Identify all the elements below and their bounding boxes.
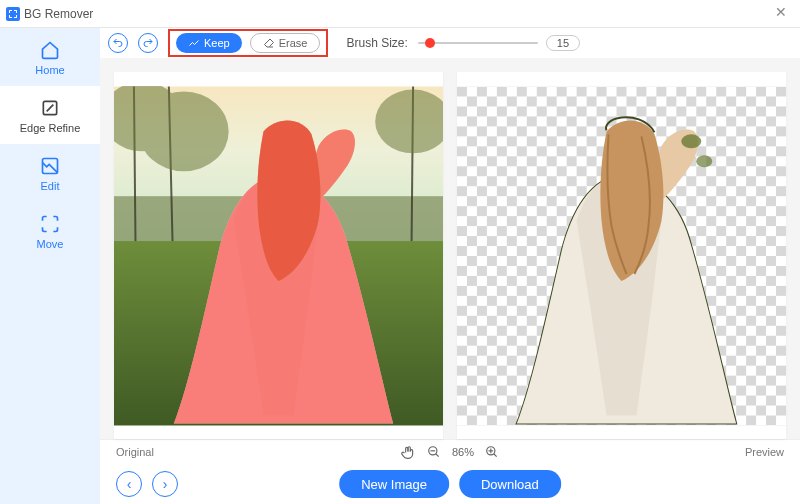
svg-point-8 bbox=[139, 91, 229, 171]
zoom-in-icon[interactable] bbox=[484, 444, 500, 460]
brush-size-label: Brush Size: bbox=[346, 36, 407, 50]
zoom-out-icon[interactable] bbox=[426, 444, 442, 460]
app-logo-icon bbox=[6, 7, 20, 21]
svg-point-16 bbox=[696, 155, 712, 167]
undo-button[interactable] bbox=[108, 33, 128, 53]
new-image-button[interactable]: New Image bbox=[339, 470, 449, 498]
preview-panel[interactable] bbox=[457, 72, 786, 439]
close-icon[interactable]: ✕ bbox=[772, 4, 790, 22]
app-title: BG Remover bbox=[24, 7, 93, 21]
erase-button[interactable]: Erase bbox=[250, 33, 321, 53]
zoom-controls: 86% bbox=[400, 444, 500, 460]
sidebar-item-label: Home bbox=[35, 64, 64, 76]
brush-size-value: 15 bbox=[546, 35, 580, 51]
original-label: Original bbox=[116, 446, 154, 458]
slider-knob[interactable] bbox=[425, 38, 435, 48]
zoom-level: 86% bbox=[452, 446, 474, 458]
move-icon bbox=[0, 214, 100, 234]
sidebar: Home Edge Refine Edit Move bbox=[0, 28, 100, 504]
preview-label: Preview bbox=[745, 446, 784, 458]
edit-icon bbox=[0, 156, 100, 176]
keep-erase-highlight: Keep Erase bbox=[168, 29, 328, 57]
keep-button[interactable]: Keep bbox=[176, 33, 242, 53]
svg-line-19 bbox=[436, 454, 439, 457]
next-image-button[interactable]: › bbox=[152, 471, 178, 497]
edge-refine-icon bbox=[0, 98, 100, 118]
erase-label: Erase bbox=[279, 37, 308, 49]
sidebar-item-label: Edit bbox=[41, 180, 60, 192]
svg-point-15 bbox=[681, 134, 701, 148]
sidebar-item-move[interactable]: Move bbox=[0, 202, 100, 260]
pan-icon[interactable] bbox=[400, 444, 416, 460]
sidebar-item-label: Edge Refine bbox=[20, 122, 81, 134]
sidebar-item-edit[interactable]: Edit bbox=[0, 144, 100, 202]
download-button[interactable]: Download bbox=[459, 470, 561, 498]
keep-label: Keep bbox=[204, 37, 230, 49]
sidebar-item-label: Move bbox=[37, 238, 64, 250]
original-panel[interactable] bbox=[114, 72, 443, 439]
prev-image-button[interactable]: ‹ bbox=[116, 471, 142, 497]
sidebar-item-home[interactable]: Home bbox=[0, 28, 100, 86]
brush-size-slider[interactable] bbox=[418, 42, 538, 44]
svg-line-23 bbox=[494, 454, 497, 457]
redo-button[interactable] bbox=[138, 33, 158, 53]
home-icon bbox=[0, 40, 100, 60]
toolbar: Keep Erase Brush Size: 15 bbox=[100, 28, 800, 58]
sidebar-item-edge-refine[interactable]: Edge Refine bbox=[0, 86, 100, 144]
